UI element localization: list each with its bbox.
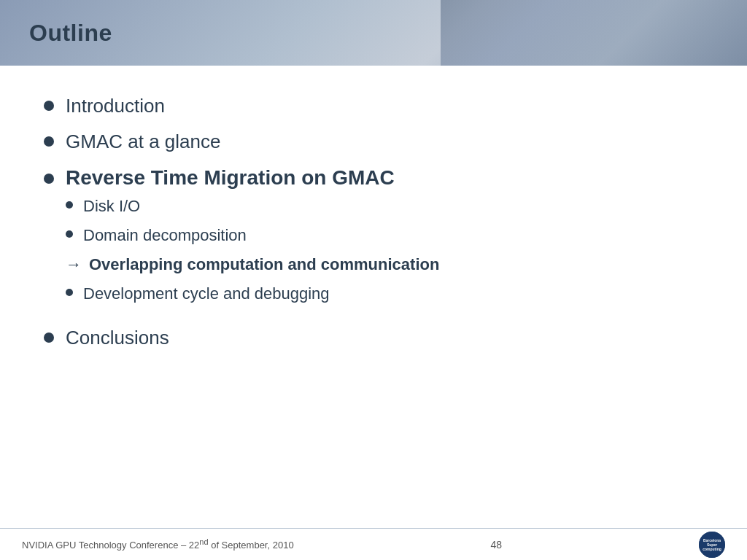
disk-io-label: Disk I/O — [83, 197, 140, 216]
bsc-logo: Barcelona Super computing — [699, 532, 725, 558]
header: Outline — [0, 0, 747, 66]
list-item-disk-io: Disk I/O — [66, 197, 439, 216]
list-item-rtm: Reverse Time Migration on GMAC Disk I/O … — [44, 166, 703, 314]
main-content: Introduction GMAC at a glance Reverse Ti… — [0, 66, 747, 392]
arrow-icon: → — [66, 255, 82, 274]
page-number: 48 — [491, 539, 503, 551]
footer: NVIDIA GPU Technology Conference – 22nd … — [0, 528, 747, 560]
list-item-introduction: Introduction — [44, 95, 703, 117]
rtm-label: Reverse Time Migration on GMAC — [66, 166, 395, 190]
overlapping-label: Overlapping computation and communicatio… — [89, 255, 439, 274]
conclusions-label: Conclusions — [66, 327, 169, 349]
dev-cycle-label: Development cycle and debugging — [83, 284, 330, 303]
header-overlay — [441, 0, 747, 66]
bullet-icon-domain — [66, 230, 73, 238]
list-item-dev-cycle: Development cycle and debugging — [66, 284, 439, 303]
bullet-icon-conclusions — [44, 332, 54, 343]
bullet-icon-disk-io — [66, 201, 73, 209]
list-item-overlapping: → Overlapping computation and communicat… — [66, 255, 439, 274]
slide-title: Outline — [29, 20, 112, 47]
footer-conference-label: NVIDIA GPU Technology Conference – 22nd … — [22, 537, 294, 551]
list-item-conclusions: Conclusions — [44, 327, 703, 349]
bullet-icon-rtm — [44, 174, 54, 184]
bullet-icon-dev-cycle — [66, 289, 73, 296]
domain-label: Domain decomposition — [83, 226, 247, 245]
gmac-label: GMAC at a glance — [66, 131, 220, 153]
svg-text:computing: computing — [703, 547, 721, 551]
bullet-icon-gmac — [44, 136, 54, 147]
outline-list: Introduction GMAC at a glance Reverse Ti… — [44, 95, 703, 349]
footer-logo: Barcelona Super computing — [699, 532, 725, 558]
introduction-label: Introduction — [66, 95, 165, 117]
sub-list-rtm: Disk I/O Domain decomposition → Overlapp… — [66, 197, 439, 314]
list-item-gmac: GMAC at a glance — [44, 131, 703, 153]
bullet-icon-introduction — [44, 101, 54, 111]
list-item-domain: Domain decomposition — [66, 226, 439, 245]
